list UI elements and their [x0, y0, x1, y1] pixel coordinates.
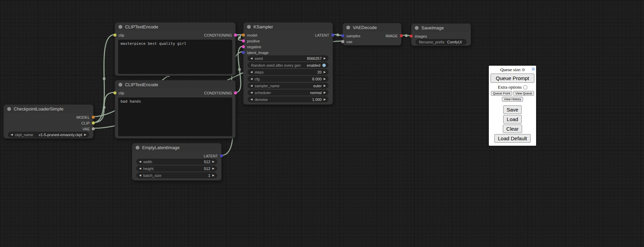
view-history-button[interactable]: View History [502, 97, 523, 102]
node-collapse-dot-icon[interactable] [136, 146, 139, 150]
latent-output-dot-icon[interactable] [220, 154, 223, 157]
decrement-arrow-icon[interactable]: ◀ [250, 71, 252, 74]
widget-width[interactable]: ◀ width 512 ▶ [136, 159, 217, 165]
decrement-arrow-icon[interactable]: ◀ [250, 78, 252, 80]
node-clip-text-encode-positive[interactable]: CLIPTextEncode clip CONDITIONING masterp… [115, 22, 236, 76]
widget-sampler-name[interactable]: ◀ sampler_name euler ▶ [248, 83, 329, 89]
node-title-bar[interactable]: CheckpointLoaderSimple [4, 105, 93, 113]
widget-denoise[interactable]: ◀ denoise 1.000 ▶ [248, 96, 329, 102]
conditioning-input-dot-icon[interactable] [242, 39, 245, 42]
node-checkpoint-loader[interactable]: CheckpointLoaderSimple MODEL CLIP VAE ◀ … [3, 104, 94, 139]
node-clip-text-encode-negative[interactable]: CLIPTextEncode clip CONDITIONING bad han… [115, 80, 236, 139]
input-slot-samples[interactable]: samples [343, 33, 360, 39]
conditioning-input-dot-icon[interactable] [242, 45, 245, 48]
save-button[interactable]: Save [503, 105, 522, 114]
image-input-dot-icon[interactable] [410, 35, 413, 38]
increment-arrow-icon[interactable]: ▶ [84, 133, 86, 136]
widget-scheduler[interactable]: ◀ scheduler normal ▶ [248, 90, 329, 95]
node-save-image[interactable]: SaveImage images filename_prefix ComfyUI [411, 23, 471, 46]
model-input-dot-icon[interactable] [242, 34, 245, 37]
widget-height[interactable]: ◀ height 512 ▶ [136, 166, 217, 171]
node-vae-decode[interactable]: VAEDecode samples vae IMAGE [343, 23, 401, 46]
widget-seed[interactable]: ◀ seed 8566257 ▶ [248, 55, 329, 61]
view-queue-button[interactable]: View Queue [513, 91, 534, 96]
decrement-arrow-icon[interactable]: ◀ [139, 167, 141, 170]
vae-output-dot-icon[interactable] [92, 127, 95, 130]
input-slot-clip[interactable]: clip [115, 32, 124, 38]
decrement-arrow-icon[interactable]: ◀ [250, 84, 252, 87]
widget-filename-prefix[interactable]: filename_prefix ComfyUI [416, 39, 467, 45]
output-slot-conditioning[interactable]: CONDITIONING [204, 90, 235, 96]
latent-input-dot-icon[interactable] [341, 34, 344, 37]
graph-canvas[interactable]: CheckpointLoaderSimple MODEL CLIP VAE ◀ … [0, 0, 644, 247]
node-collapse-dot-icon[interactable] [415, 26, 419, 30]
increment-arrow-icon[interactable]: ▶ [212, 160, 214, 163]
node-title-bar[interactable]: SaveImage [411, 24, 471, 32]
node-collapse-dot-icon[interactable] [247, 25, 251, 29]
decrement-arrow-icon[interactable]: ◀ [250, 91, 252, 94]
output-slot-latent[interactable]: LATENT [315, 32, 333, 38]
node-empty-latent-image[interactable]: EmptyLatentImage LATENT ◀ width 512 ▶ ◀ … [132, 143, 222, 181]
node-collapse-dot-icon[interactable] [7, 107, 11, 111]
queue-prompt-button[interactable]: Queue Prompt [491, 74, 534, 83]
decrement-arrow-icon[interactable]: ◀ [250, 98, 252, 101]
node-collapse-dot-icon[interactable] [119, 25, 122, 29]
increment-arrow-icon[interactable]: ▶ [212, 174, 214, 177]
prompt-textarea[interactable]: bad hands [118, 98, 232, 136]
node-title-bar[interactable]: EmptyLatentImage [132, 143, 221, 152]
load-default-button[interactable]: Load Default [494, 134, 530, 143]
node-collapse-dot-icon[interactable] [346, 26, 350, 29]
input-slot-latent-image[interactable]: latent_image [244, 50, 269, 55]
output-slot-latent[interactable]: LATENT [132, 153, 221, 159]
widget-ckpt-name[interactable]: ◀ ckpt_name v1-5-pruned-emaonly.ckpt ▶ [8, 132, 89, 138]
vae-input-dot-icon[interactable] [341, 40, 344, 43]
clip-input-dot-icon[interactable] [113, 34, 116, 37]
widget-cfg[interactable]: ◀ cfg 8.000 ▶ [248, 76, 329, 82]
increment-arrow-icon[interactable]: ▶ [324, 98, 326, 101]
input-slot-model[interactable]: model [244, 32, 269, 38]
conditioning-output-dot-icon[interactable] [234, 91, 237, 94]
conditioning-output-dot-icon[interactable] [234, 34, 237, 37]
latent-output-dot-icon[interactable] [331, 34, 334, 37]
output-slot-conditioning[interactable]: CONDITIONING [204, 32, 235, 38]
decrement-arrow-icon[interactable]: ◀ [11, 133, 13, 136]
increment-arrow-icon[interactable]: ▶ [212, 167, 214, 170]
decrement-arrow-icon[interactable]: ◀ [250, 57, 252, 60]
load-button[interactable]: Load [503, 115, 521, 124]
node-collapse-dot-icon[interactable] [119, 83, 122, 87]
extra-options-checkbox[interactable] [523, 86, 527, 89]
node-title-bar[interactable]: CLIPTextEncode [115, 23, 235, 31]
decrement-arrow-icon[interactable]: ◀ [139, 174, 141, 177]
increment-arrow-icon[interactable]: ▶ [324, 91, 326, 94]
latent-input-dot-icon[interactable] [242, 51, 245, 54]
widget-batch-size[interactable]: ◀ batch_size 1 ▶ [136, 172, 217, 178]
clip-input-dot-icon[interactable] [113, 91, 116, 94]
clear-button[interactable]: Clear [503, 125, 522, 133]
output-slot-image[interactable]: IMAGE [386, 33, 401, 39]
node-title-bar[interactable]: KSampler [244, 23, 333, 31]
node-title-bar[interactable]: VAEDecode [343, 23, 401, 31]
widget-random-seed-toggle[interactable]: Random seed after every gen enabled [248, 62, 329, 68]
toggle-knob-icon[interactable] [322, 64, 326, 67]
settings-gear-icon[interactable]: ⚙ [531, 67, 535, 72]
decrement-arrow-icon[interactable]: ◀ [139, 160, 141, 163]
prompt-textarea[interactable]: masterpiece best quality girl [118, 40, 232, 74]
input-slot-images[interactable]: images [411, 33, 471, 39]
node-title-bar[interactable]: CLIPTextEncode [115, 80, 235, 89]
model-output-dot-icon[interactable] [92, 116, 95, 119]
increment-arrow-icon[interactable]: ▶ [324, 57, 326, 60]
queue-front-button[interactable]: Queue Front [491, 91, 512, 96]
output-slot-vae[interactable]: VAE [4, 126, 93, 132]
clip-output-dot-icon[interactable] [92, 121, 95, 125]
widget-steps[interactable]: ◀ steps 20 ▶ [248, 69, 329, 75]
increment-arrow-icon[interactable]: ▶ [324, 84, 326, 87]
node-ksampler[interactable]: KSampler model positive negative [243, 22, 333, 105]
output-slot-model[interactable]: MODEL [4, 114, 93, 120]
output-slot-clip[interactable]: CLIP [4, 120, 93, 126]
input-slot-vae[interactable]: vae [343, 39, 360, 44]
image-output-dot-icon[interactable] [400, 34, 403, 37]
input-slot-positive[interactable]: positive [244, 38, 269, 44]
input-slot-negative[interactable]: negative [244, 44, 269, 50]
comfy-menu-panel[interactable]: Queue size: 0 ⚙ Queue Prompt Extra optio… [489, 66, 536, 146]
increment-arrow-icon[interactable]: ▶ [324, 78, 326, 80]
